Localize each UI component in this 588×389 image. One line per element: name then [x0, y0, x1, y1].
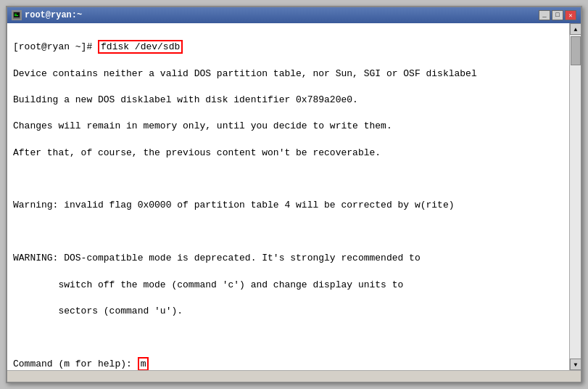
scrollbar[interactable]: ▲ ▼ [569, 23, 581, 370]
terminal-icon [12, 10, 22, 20]
output-line-7 [13, 226, 563, 239]
scrollbar-thumb[interactable] [571, 36, 581, 65]
output-line-11 [13, 331, 563, 344]
svg-rect-3 [15, 15, 18, 16]
svg-rect-2 [15, 14, 17, 15]
window-title: root@ryan:~ [25, 10, 82, 20]
terminal-output[interactable]: [root@ryan ~]# fdisk /dev/sdb Device con… [7, 23, 569, 370]
status-bar [7, 370, 581, 382]
title-bar: root@ryan:~ _ □ ✕ [7, 7, 581, 23]
output-line-9: switch off the mode (command 'c') and ch… [13, 279, 563, 292]
scroll-up-button[interactable]: ▲ [570, 23, 581, 35]
title-bar-left: root@ryan:~ [12, 10, 82, 20]
scrollbar-track[interactable] [570, 35, 581, 359]
prompt-line: [root@ryan ~]# fdisk /dev/sdb [13, 41, 563, 54]
shell-prompt: [root@ryan ~]# [13, 41, 98, 52]
close-button[interactable]: ✕ [565, 10, 576, 20]
minimize-button[interactable]: _ [539, 10, 550, 20]
cmd-input-highlight: m [138, 357, 149, 370]
title-controls: _ □ ✕ [539, 10, 576, 20]
output-line-4: After that, of course, the previous cont… [13, 147, 563, 160]
output-line-6: Warning: invalid flag 0x0000 of partitio… [13, 199, 563, 212]
cmd-prompt-line: Command (m for help): m [13, 358, 563, 370]
scroll-down-button[interactable]: ▼ [570, 359, 581, 370]
svg-rect-1 [14, 12, 20, 17]
output-line-1: Device contains neither a valid DOS part… [13, 67, 563, 81]
output-line-10: sectors (command 'u'). [13, 305, 563, 318]
output-line-2: Building a new DOS disklabel with disk i… [13, 94, 563, 107]
output-line-8: WARNING: DOS-compatible mode is deprecat… [13, 252, 563, 265]
output-line-3: Changes will remain in memory only, unti… [13, 120, 563, 133]
content-area: [root@ryan ~]# fdisk /dev/sdb Device con… [7, 23, 581, 370]
command-highlight: fdisk /dev/sdb [98, 40, 183, 54]
maximize-button[interactable]: □ [552, 10, 563, 20]
output-line-5 [13, 173, 563, 186]
terminal-window: root@ryan:~ _ □ ✕ [root@ryan ~]# fdisk /… [6, 6, 582, 383]
